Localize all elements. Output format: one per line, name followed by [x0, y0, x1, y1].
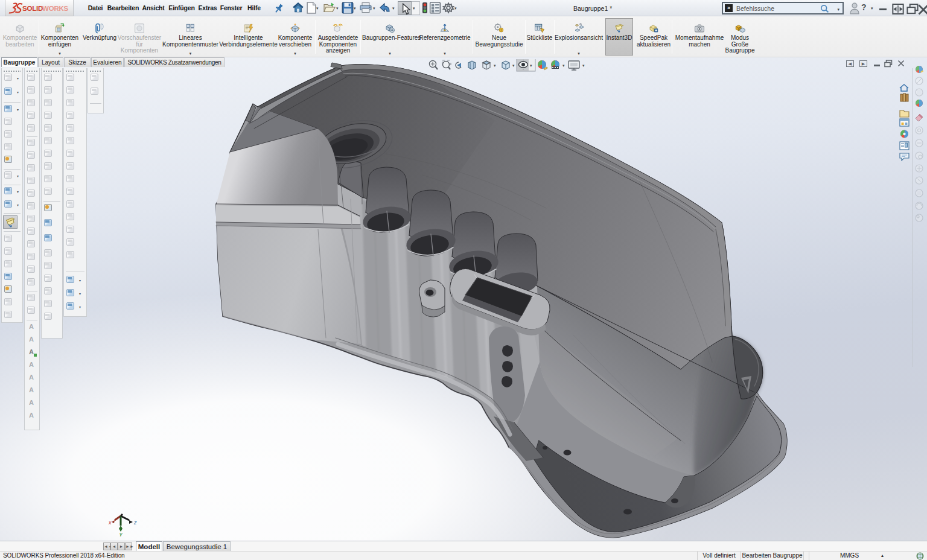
svg-text:▾: ▾ — [494, 63, 496, 68]
svg-text:WORKS: WORKS — [42, 5, 69, 12]
svg-text:▾: ▾ — [530, 63, 532, 68]
svg-text:SOLID: SOLID — [22, 5, 43, 12]
svg-text:z: z — [133, 520, 137, 526]
svg-text:▾: ▾ — [512, 63, 515, 68]
svg-text:y: y — [119, 531, 123, 536]
svg-text:▾: ▾ — [562, 63, 565, 68]
svg-text:▾: ▾ — [582, 63, 585, 68]
svg-text:x: x — [108, 520, 112, 526]
